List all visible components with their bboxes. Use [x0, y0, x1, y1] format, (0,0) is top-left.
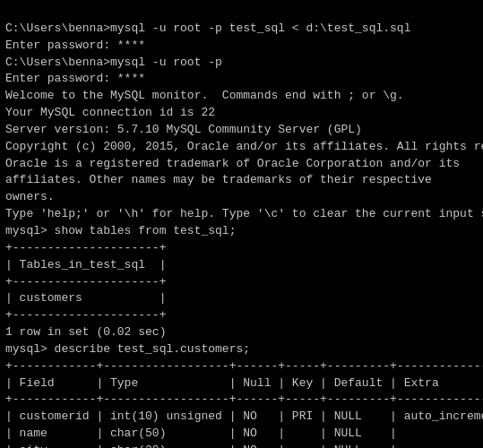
- terminal-line: +---------------------+: [5, 274, 478, 291]
- terminal-line: +---------------------+: [5, 240, 478, 257]
- terminal-line: | name | char(50) | NO | | NULL | |: [5, 426, 478, 443]
- terminal-line: Oracle is a registered trademark of Orac…: [5, 156, 478, 173]
- terminal-line: | city | char(30) | NO | | NULL | |: [5, 443, 478, 448]
- terminal-line: affiliates. Other names may be trademark…: [5, 172, 478, 189]
- terminal-line: Welcome to the MySQL monitor. Commands e…: [5, 88, 478, 105]
- terminal-line: 1 row in set (0.02 sec): [5, 324, 478, 341]
- terminal-line: | Tables_in_test_sql |: [5, 257, 478, 274]
- terminal-line: Type 'help;' or '\h' for help. Type '\c'…: [5, 206, 478, 223]
- terminal-line: | customers |: [5, 290, 478, 307]
- terminal-line: Enter password: ****: [5, 71, 478, 88]
- terminal-line: +------------+------------------+------+…: [5, 392, 478, 409]
- terminal-line: | customerid | int(10) unsigned | NO | P…: [5, 409, 478, 426]
- terminal-line: C:\Users\benna>mysql -u root -p test_sql…: [5, 21, 478, 38]
- terminal-line: Copyright (c) 2000, 2015, Oracle and/or …: [5, 139, 478, 156]
- terminal-line: +---------------------+: [5, 307, 478, 324]
- terminal-line: mysql> describe test_sql.customers;: [5, 341, 478, 358]
- terminal-line: C:\Users\benna>mysql -u root -p: [5, 55, 478, 72]
- terminal-line: Server version: 5.7.10 MySQL Community S…: [5, 122, 478, 139]
- terminal-window: C:\Users\benna>mysql -u root -p test_sql…: [0, 0, 483, 448]
- terminal-line: +------------+------------------+------+…: [5, 358, 478, 375]
- terminal-line: owners.: [5, 189, 478, 206]
- terminal-line: Your MySQL connection id is 22: [5, 105, 478, 122]
- terminal-line: mysql> show tables from test_sql;: [5, 223, 478, 240]
- terminal-line: | Field | Type | Null | Key | Default | …: [5, 375, 478, 392]
- terminal-line: Enter password: ****: [5, 38, 478, 55]
